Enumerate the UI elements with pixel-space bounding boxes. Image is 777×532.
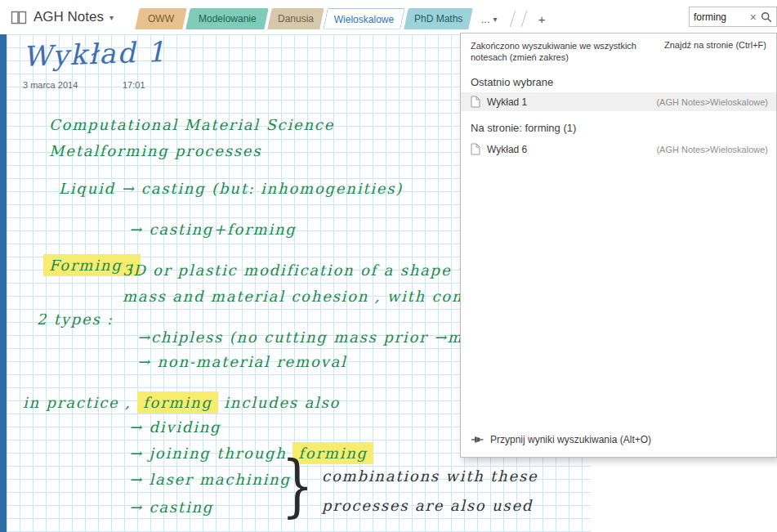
- page-time: 17:01: [123, 80, 145, 90]
- tab-divider: [509, 11, 515, 27]
- ink-line: → non-material removal: [137, 353, 347, 370]
- tab-oww[interactable]: OWW: [135, 8, 187, 29]
- ink-brace: }: [282, 453, 314, 520]
- search-status-line1: Zakończono wyszukiwanie we wszystkich: [471, 40, 636, 51]
- chevron-down-icon: ▾: [109, 13, 114, 22]
- ink-line: mass and material cohesion , with contin: [123, 288, 487, 305]
- chevron-down-icon: ▾: [493, 15, 498, 24]
- ink-line: → casting: [129, 498, 213, 516]
- ellipsis-icon: ...: [481, 13, 490, 25]
- ink-line: 3D or plastic modification of a shape wh: [123, 262, 483, 279]
- page-icon: [471, 143, 480, 155]
- notebook-icon: [10, 10, 28, 25]
- pin-search-results-button[interactable]: Przypnij wyniki wyszukiwania (Alt+O): [471, 434, 651, 445]
- search-icon[interactable]: [759, 11, 776, 23]
- result-row-wyklad-6[interactable]: Wykład 6 (AGH Notes>Wieloskalowe): [461, 140, 776, 159]
- search-results-panel: Zakończono wyszukiwanie we wszystkich no…: [460, 33, 777, 458]
- onenote-window: Wykład 1 3 marca 2014 17:01 Computationa…: [0, 0, 777, 532]
- recent-results-header: Ostatnio wybrane: [471, 76, 553, 88]
- tab-wieloskalowe[interactable]: Wieloskalowe: [323, 8, 405, 29]
- search-box: ×: [689, 7, 777, 27]
- page-title: Wykład 1: [22, 35, 167, 73]
- ink-line: Computational Material Science: [49, 116, 334, 133]
- top-bar: AGH Notes ▾ OWW Modelowanie Danusia Wiel…: [0, 0, 777, 33]
- pin-label: Przypnij wyniki wyszukiwania (Alt+O): [490, 434, 651, 445]
- tab-label: OWW: [148, 13, 174, 25]
- notebook-name: AGH Notes: [33, 9, 104, 25]
- change-scope-link[interactable]: (zmień zakres): [510, 52, 569, 62]
- search-input[interactable]: [690, 11, 748, 23]
- search-status: Zakończono wyszukiwanie we wszystkich no…: [471, 40, 636, 63]
- ink-line-joining: → joining through forming: [129, 445, 373, 462]
- page-edge-bar: [0, 34, 7, 532]
- ink-line: → laser machining: [129, 471, 291, 488]
- search-status-line2: notesach (zmień zakres): [471, 51, 636, 63]
- ink-line: →chipless (no cutting mass prior →mass: [137, 329, 491, 346]
- tab-label: Modelowanie: [199, 13, 257, 25]
- tab-overflow-menu[interactable]: ... ▾: [475, 8, 504, 29]
- ink-line: → casting+forming: [129, 221, 297, 238]
- tab-divider: [520, 11, 526, 27]
- ink-segment: → joining through: [129, 445, 287, 462]
- ink-segment: in practice ,: [23, 394, 132, 411]
- ink-line: Metalforming processes: [49, 142, 261, 159]
- ink-segment: includes also: [224, 394, 340, 411]
- new-section-button[interactable]: +: [530, 8, 554, 29]
- page-date: 3 marca 2014: [23, 80, 78, 90]
- tab-label: PhD Maths: [414, 13, 462, 25]
- find-on-page-button[interactable]: Znajdź na stronie (Ctrl+F): [664, 40, 766, 50]
- notebook-switcher[interactable]: AGH Notes ▾: [10, 7, 114, 28]
- ink-line: → dividing: [129, 418, 221, 436]
- result-path: (AGH Notes>Wieloskalowe): [656, 97, 768, 107]
- ink-line: Liquid → casting (but: inhomogenities): [59, 180, 403, 197]
- clear-search-icon[interactable]: ×: [748, 11, 759, 23]
- onpage-results-header: Na stronie: forming (1): [471, 122, 576, 134]
- tab-modelowanie[interactable]: Modelowanie: [185, 8, 269, 29]
- ink-line: processes are also used: [322, 497, 533, 514]
- search-status-prefix: notesach: [471, 52, 510, 62]
- ink-line: combinations with these: [322, 467, 538, 485]
- result-title: Wykład 6: [487, 144, 527, 155]
- tab-label: Danusia: [278, 13, 314, 25]
- ink-line: 2 types :: [37, 311, 114, 328]
- ink-line-practice: in practice , forming includes also: [23, 394, 340, 411]
- highlight-forming-word: forming: [137, 391, 218, 414]
- tab-phd-maths[interactable]: PhD Maths: [404, 8, 474, 29]
- result-path: (AGH Notes>Wieloskalowe): [656, 145, 768, 154]
- tab-danusia[interactable]: Danusia: [267, 8, 324, 29]
- pushpin-icon: [471, 435, 484, 445]
- section-tabs: OWW Modelowanie Danusia Wieloskalowe PhD…: [137, 8, 553, 29]
- result-row-wyklad-1[interactable]: Wykład 1 (AGH Notes>Wieloskalowe): [461, 92, 776, 111]
- result-title: Wykład 1: [487, 96, 527, 108]
- tab-label: Wieloskalowe: [334, 14, 394, 25]
- page-icon: [471, 96, 480, 108]
